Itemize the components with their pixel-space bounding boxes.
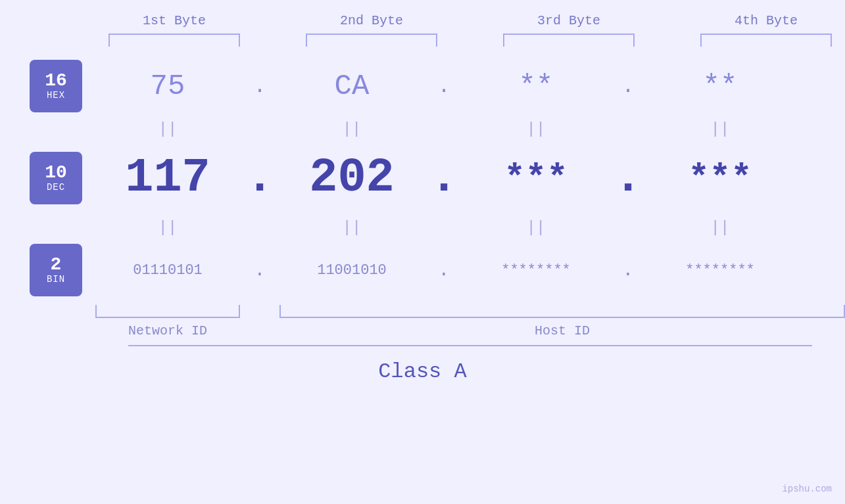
bracket-top-1 bbox=[109, 34, 240, 47]
eq-row-1: || || || || bbox=[0, 116, 845, 142]
bin-badge: 2 BIN bbox=[30, 244, 82, 296]
dec-val-3: *** bbox=[464, 158, 608, 198]
hex-row: 16 HEX 75 . CA . ** . ** bbox=[0, 57, 845, 116]
dec-badge-num: 10 bbox=[45, 164, 67, 182]
dec-badge-label: DEC bbox=[47, 182, 65, 193]
bracket-network bbox=[95, 305, 240, 318]
watermark: ipshu.com bbox=[782, 484, 832, 494]
hex-val-4: ** bbox=[648, 70, 792, 103]
dec-row: 10 DEC 117 . 202 . *** . *** bbox=[0, 142, 845, 214]
hex-badge-label: HEX bbox=[47, 90, 65, 101]
dec-badge-placeholder: 10 DEC bbox=[0, 152, 95, 204]
dec-val-4: *** bbox=[648, 158, 792, 198]
eq-sign-8: || bbox=[648, 219, 792, 237]
dec-sep-3: . bbox=[608, 151, 648, 205]
bin-sep-3: . bbox=[608, 260, 648, 281]
main-container: 1st Byte 2nd Byte 3rd Byte 4th Byte 16 H… bbox=[0, 0, 845, 504]
eq-sign-1: || bbox=[95, 120, 240, 138]
dec-val-1: 117 bbox=[95, 151, 240, 205]
bin-val-3: ******** bbox=[464, 262, 608, 279]
bin-badge-num: 2 bbox=[51, 256, 62, 274]
dec-sep-2: . bbox=[424, 151, 464, 205]
eq-row-2: || || || || bbox=[0, 214, 845, 241]
eq-sign-3: || bbox=[464, 120, 608, 138]
dec-sep-1: . bbox=[240, 151, 279, 205]
class-a-label: Class A bbox=[0, 359, 845, 384]
host-id-label: Host ID bbox=[279, 323, 845, 338]
eq-sign-7: || bbox=[464, 219, 608, 237]
bracket-top-4 bbox=[700, 34, 832, 47]
bin-sep-2: . bbox=[424, 260, 464, 281]
bin-row: 2 BIN 01110101 . 11001010 . ******** . *… bbox=[0, 241, 845, 300]
bin-data-cells: 01110101 . 11001010 . ******** . *******… bbox=[95, 260, 845, 281]
bin-val-2: 11001010 bbox=[279, 262, 424, 279]
hex-badge-num: 16 bbox=[45, 72, 67, 90]
hex-sep-2: . bbox=[424, 74, 464, 99]
eq-sign-5: || bbox=[95, 219, 240, 237]
bottom-brackets-row bbox=[0, 305, 845, 318]
eq-sign-2: || bbox=[279, 120, 424, 138]
dec-val-2: 202 bbox=[279, 151, 424, 205]
hex-data-cells: 75 . CA . ** . ** bbox=[95, 70, 845, 103]
bin-val-1: 01110101 bbox=[95, 262, 240, 279]
bracket-host bbox=[279, 305, 845, 318]
dec-data-cells: 117 . 202 . *** . *** bbox=[95, 151, 845, 205]
hex-sep-3: . bbox=[608, 74, 648, 99]
eq-sign-6: || bbox=[279, 219, 424, 237]
col-header-4: 4th Byte bbox=[687, 13, 845, 28]
network-id-label: Network ID bbox=[95, 323, 240, 338]
col-header-3: 3rd Byte bbox=[490, 13, 648, 28]
dec-badge: 10 DEC bbox=[30, 152, 82, 204]
hex-val-3: ** bbox=[464, 70, 608, 103]
eq-sign-4: || bbox=[648, 120, 792, 138]
col-header-1: 1st Byte bbox=[95, 13, 253, 28]
bottom-labels-row: Network ID Host ID bbox=[0, 323, 845, 338]
hex-val-2: CA bbox=[279, 70, 424, 103]
bin-badge-label: BIN bbox=[47, 274, 65, 285]
hex-badge-placeholder: 16 HEX bbox=[0, 60, 95, 112]
bin-sep-1: . bbox=[240, 260, 279, 281]
bracket-top-2 bbox=[306, 34, 437, 47]
bin-badge-placeholder: 2 BIN bbox=[0, 244, 95, 296]
bin-val-4: ******** bbox=[648, 262, 792, 279]
bottom-line bbox=[128, 345, 812, 346]
bracket-top-3 bbox=[503, 34, 635, 47]
hex-val-1: 75 bbox=[95, 70, 240, 103]
hex-sep-1: . bbox=[240, 74, 279, 99]
hex-badge: 16 HEX bbox=[30, 60, 82, 112]
col-header-2: 2nd Byte bbox=[293, 13, 450, 28]
